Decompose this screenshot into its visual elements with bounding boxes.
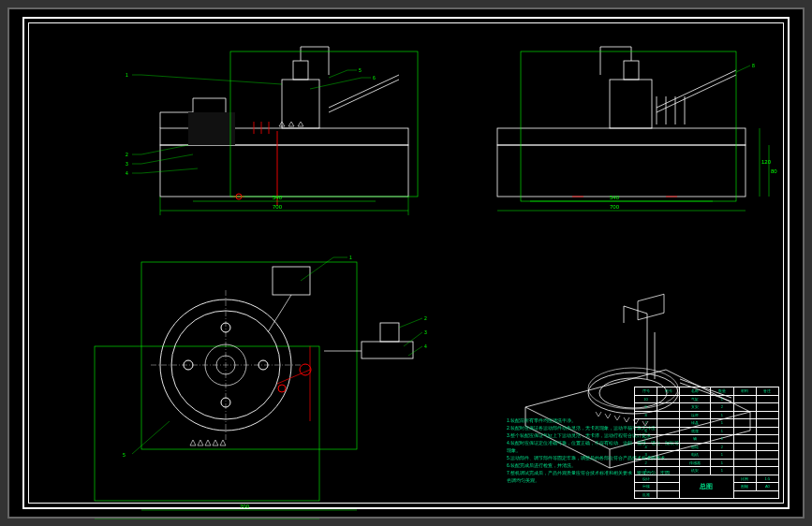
drawing-frame-outer: 700 540 1 2 3 4 bbox=[22, 17, 790, 509]
svg-line-29 bbox=[141, 168, 198, 173]
svg-rect-105 bbox=[638, 294, 664, 320]
table-row: 7转盘1 bbox=[635, 419, 779, 428]
table-row: 8连杆1 bbox=[635, 411, 779, 419]
svg-text:3: 3 bbox=[424, 329, 427, 335]
view-front: 700 540 1 2 3 4 bbox=[125, 47, 418, 215]
svg-text:2: 2 bbox=[125, 152, 128, 157]
svg-line-26 bbox=[141, 154, 193, 164]
svg-text:4: 4 bbox=[125, 170, 128, 176]
svg-line-62 bbox=[736, 66, 750, 72]
svg-rect-80 bbox=[380, 323, 399, 342]
svg-line-78 bbox=[268, 295, 291, 332]
svg-line-93 bbox=[408, 346, 422, 356]
svg-text:1: 1 bbox=[349, 255, 352, 260]
svg-rect-79 bbox=[362, 342, 413, 358]
table-row: 9支架2 bbox=[635, 403, 779, 412]
svg-line-51 bbox=[657, 75, 736, 112]
svg-rect-38 bbox=[230, 51, 418, 197]
svg-line-50 bbox=[657, 70, 736, 108]
svg-line-83 bbox=[277, 370, 310, 384]
svg-rect-2 bbox=[188, 112, 235, 145]
svg-rect-4 bbox=[293, 61, 308, 80]
svg-rect-0 bbox=[160, 145, 408, 197]
svg-text:1: 1 bbox=[125, 72, 128, 78]
svg-rect-64 bbox=[521, 51, 736, 201]
svg-text:80: 80 bbox=[771, 168, 777, 174]
svg-text:540: 540 bbox=[610, 195, 620, 200]
svg-text:120: 120 bbox=[761, 159, 772, 165]
table-row: 2传感器1 bbox=[635, 459, 779, 467]
svg-text:3: 3 bbox=[125, 161, 128, 167]
svg-rect-77 bbox=[273, 267, 310, 295]
svg-line-8 bbox=[329, 75, 399, 108]
svg-line-9 bbox=[329, 80, 399, 112]
cad-canvas[interactable]: 700 540 1 2 3 4 bbox=[7, 7, 805, 519]
svg-text:8: 8 bbox=[752, 63, 755, 68]
table-row: 4齿轮2 bbox=[635, 443, 779, 451]
view-side: 700 540 120 80 8 bbox=[497, 47, 777, 211]
svg-rect-66 bbox=[141, 262, 357, 449]
svg-text:700: 700 bbox=[240, 504, 250, 509]
svg-line-20 bbox=[141, 75, 282, 84]
svg-text:4: 4 bbox=[424, 343, 427, 349]
drawing-frame-inner: 700 540 1 2 3 4 bbox=[28, 22, 784, 504]
svg-rect-42 bbox=[624, 61, 639, 80]
table-row: 3电机1 bbox=[635, 451, 779, 460]
svg-rect-41 bbox=[610, 80, 652, 128]
svg-point-82 bbox=[278, 385, 286, 392]
svg-line-32 bbox=[329, 70, 347, 78]
svg-text:6: 6 bbox=[373, 75, 376, 80]
table-row: 6底座1 bbox=[635, 427, 779, 435]
svg-text:700: 700 bbox=[610, 204, 620, 210]
svg-line-89 bbox=[399, 318, 422, 328]
dim-front-width: 700 bbox=[273, 204, 283, 210]
bom-table: 序号代号名称数量材料备注 10气缸1 9支架2 8连杆1 7转盘1 6底座1 5… bbox=[634, 387, 779, 499]
table-row: 1机架1 bbox=[635, 467, 779, 475]
svg-line-23 bbox=[141, 145, 188, 154]
svg-text:5: 5 bbox=[359, 67, 362, 73]
title-block: 序号代号名称数量材料备注 10气缸1 9支架2 8连杆1 7转盘1 6底座1 5… bbox=[634, 387, 779, 499]
svg-rect-40 bbox=[497, 128, 746, 145]
title-row: 设计 总图 比例1:5 bbox=[635, 475, 779, 483]
svg-rect-65 bbox=[95, 346, 319, 501]
table-row: 5轴1 bbox=[635, 435, 779, 444]
svg-text:2: 2 bbox=[424, 315, 427, 321]
table-row: 10气缸1 bbox=[635, 395, 779, 403]
svg-rect-3 bbox=[282, 80, 319, 128]
view-top: 1 2 3 4 5 700 bbox=[95, 255, 427, 519]
dim-front-inner: 540 bbox=[273, 195, 283, 200]
svg-rect-39 bbox=[497, 145, 746, 197]
svg-line-86 bbox=[301, 257, 333, 281]
svg-text:5: 5 bbox=[123, 452, 125, 458]
drawing-title: 总图 bbox=[680, 475, 733, 499]
table-row: 序号代号名称数量材料备注 bbox=[635, 387, 779, 396]
